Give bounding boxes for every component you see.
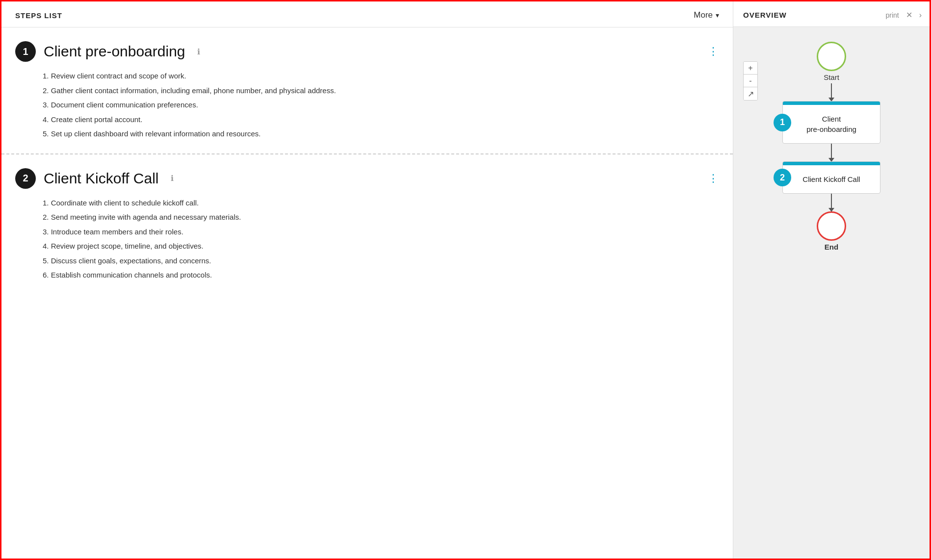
list-item: 3. Document client communication prefere… (43, 100, 719, 111)
info-icon-2[interactable]: ℹ (171, 174, 174, 183)
steps-panel: STEPS LIST More ▾ 1 Client pre-onboardin… (1, 1, 733, 559)
step-block-1: 1 Client pre-onboarding ℹ ⋮ 1. Review cl… (1, 27, 733, 154)
step-title-group-2: 2 Client Kickoff Call ℹ (15, 168, 174, 189)
list-item: 2. Gather client contact information, in… (43, 85, 719, 97)
step-menu-icon-1[interactable]: ⋮ (708, 45, 719, 58)
overview-diagram: Start 1 Clientpre-onboarding (743, 37, 920, 253)
start-group: Start (743, 42, 920, 83)
flow-step-row-1: 1 Clientpre-onboarding (743, 101, 920, 144)
list-item: 4. Create client portal account. (43, 114, 719, 126)
overview-panel: OVERVIEW print ✕ › + - ↗ Start (733, 1, 930, 559)
list-item: 4. Review project scope, timeline, and o… (43, 241, 719, 252)
flow-step-card-top-2 (783, 162, 880, 165)
step-header-row-2: 2 Client Kickoff Call ℹ ⋮ (15, 168, 719, 189)
overview-title: OVERVIEW (743, 11, 787, 19)
end-node (817, 211, 846, 241)
flow-step-card-body-2: Client Kickoff Call (783, 165, 880, 193)
list-item: 3. Introduce team members and their role… (43, 227, 719, 238)
step-number-badge-2: 2 (15, 168, 36, 189)
end-group: End (743, 211, 920, 253)
start-node (817, 42, 846, 71)
overview-actions: print ✕ › (885, 10, 922, 20)
flow-step-card-top-1 (783, 102, 880, 105)
list-item: 5. Discuss client goals, expectations, a… (43, 255, 719, 267)
flow-step-badge-2: 2 (774, 169, 791, 186)
flow-step-card-1: Clientpre-onboarding (782, 101, 880, 144)
expand-button[interactable]: › (919, 11, 922, 20)
overview-header: OVERVIEW print ✕ › (733, 1, 930, 27)
step-items-1: 1. Review client contract and scope of w… (15, 71, 719, 140)
step-number-badge-1: 1 (15, 41, 36, 62)
flow-step-box-2: 2 Client Kickoff Call (782, 161, 880, 194)
start-label: Start (824, 73, 839, 81)
more-label: More (694, 10, 713, 20)
step-name-2: Client Kickoff Call (44, 170, 159, 187)
list-item: 5. Set up client dashboard with relevant… (43, 128, 719, 140)
list-item: 1. Coordinate with client to schedule ki… (43, 198, 719, 209)
flow-step-card-name-1: Clientpre-onboarding (806, 115, 856, 133)
steps-content: 1 Client pre-onboarding ℹ ⋮ 1. Review cl… (1, 27, 733, 559)
flow-step-card-2: Client Kickoff Call (782, 161, 880, 194)
main-container: STEPS LIST More ▾ 1 Client pre-onboardin… (1, 1, 930, 559)
close-button[interactable]: ✕ (906, 10, 912, 20)
chevron-down-icon: ▾ (716, 11, 719, 19)
flow-step-card-body-1: Clientpre-onboarding (783, 105, 880, 143)
flow-arrow-2 (831, 144, 832, 161)
flow-step-card-name-2: Client Kickoff Call (802, 175, 860, 183)
more-button[interactable]: More ▾ (694, 10, 719, 20)
overview-content: Start 1 Clientpre-onboarding (733, 27, 930, 263)
info-icon-1[interactable]: ℹ (197, 47, 200, 56)
list-item: 6. Establish communication channels and … (43, 270, 719, 281)
step-block-2: 2 Client Kickoff Call ℹ ⋮ 1. Coordinate … (1, 154, 733, 298)
flow-arrow-1 (831, 83, 832, 101)
step-title-group-1: 1 Client pre-onboarding ℹ (15, 41, 200, 62)
flow-step-box-1: 1 Clientpre-onboarding (782, 101, 880, 144)
step-name-1: Client pre-onboarding (44, 43, 185, 60)
end-label: End (825, 243, 838, 251)
flow-step-badge-1: 1 (774, 114, 791, 131)
flow-step-row-2: 2 Client Kickoff Call (743, 161, 920, 194)
step-header-row-1: 1 Client pre-onboarding ℹ ⋮ (15, 41, 719, 62)
print-button[interactable]: print (885, 11, 899, 19)
list-item: 2. Send meeting invite with agenda and n… (43, 212, 719, 223)
steps-list-title: STEPS LIST (15, 11, 62, 20)
flow-arrow-3 (831, 194, 832, 211)
step-menu-icon-2[interactable]: ⋮ (708, 172, 719, 185)
step-items-2: 1. Coordinate with client to schedule ki… (15, 198, 719, 281)
list-item: 1. Review client contract and scope of w… (43, 71, 719, 82)
steps-header: STEPS LIST More ▾ (1, 1, 733, 27)
